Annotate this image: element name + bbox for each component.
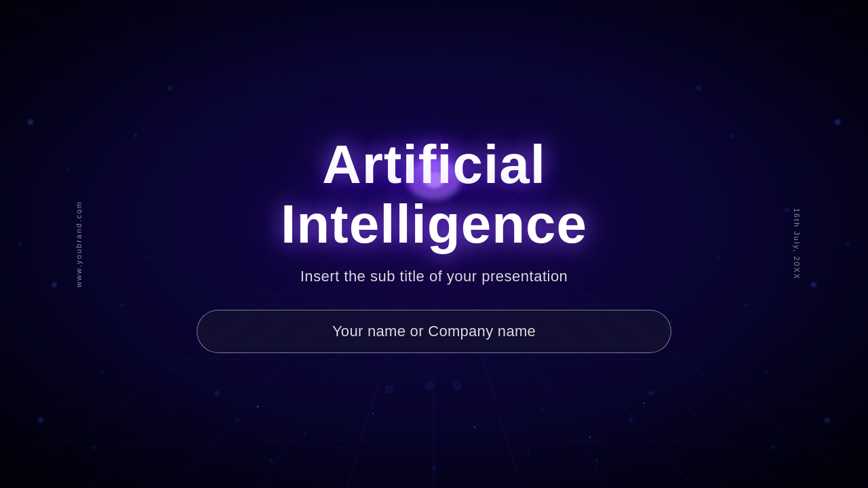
- main-title: Artificial Intelligence: [163, 135, 705, 254]
- side-text-left: www.youbrand.com: [75, 201, 83, 287]
- side-text-right: 16th July, 20XX: [793, 208, 801, 280]
- svg-point-97: [474, 426, 476, 428]
- svg-point-96: [372, 413, 374, 415]
- name-badge[interactable]: Your name or Company name: [197, 310, 671, 353]
- svg-point-100: [644, 403, 646, 405]
- subtitle: Insert the sub title of your presentatio…: [163, 268, 705, 285]
- svg-point-94: [257, 406, 259, 408]
- slide-content: Artificial Intelligence Insert the sub t…: [163, 135, 705, 353]
- svg-point-95: [304, 433, 306, 434]
- svg-point-99: [589, 436, 591, 439]
- svg-point-98: [542, 409, 543, 411]
